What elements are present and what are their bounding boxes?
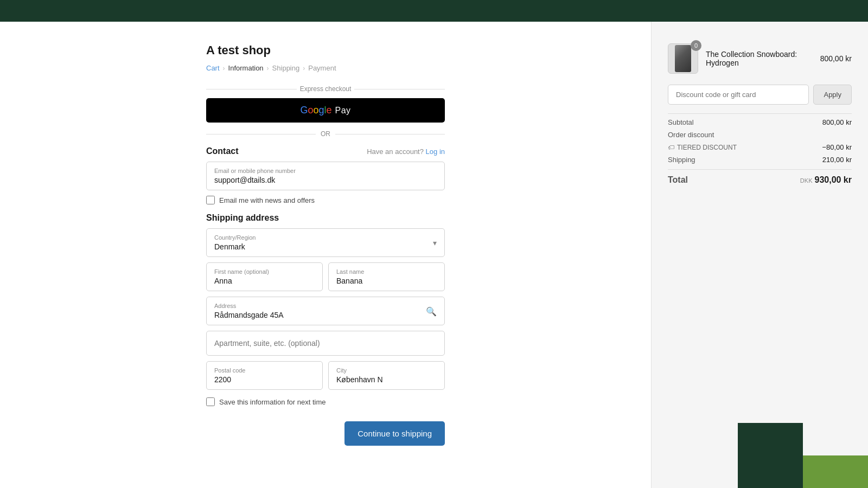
gpay-text: Pay: [335, 106, 351, 115]
email-field[interactable]: Email or mobile phone number: [206, 162, 445, 190]
total-value: DKK930,00 kr: [800, 175, 852, 185]
breadcrumb-cart[interactable]: Cart: [206, 64, 220, 72]
subtotal-label: Subtotal: [668, 118, 694, 126]
discount-label: 🏷 TIERED DISCOUNT: [668, 144, 737, 151]
shipping-value: 210,00 kr: [822, 156, 852, 164]
order-discount-label: Order discount: [668, 131, 714, 139]
save-checkbox-row: Save this information for next time: [206, 397, 445, 406]
postal-code-label: Postal code: [214, 367, 315, 374]
breadcrumb: Cart › Information › Shipping › Payment: [206, 64, 445, 72]
breadcrumb-sep-1: ›: [223, 65, 225, 72]
city-field[interactable]: City: [328, 361, 445, 390]
subtotal-value: 800,00 kr: [822, 118, 852, 126]
shop-title: A test shop: [206, 43, 445, 57]
product-name: The Collection Snowboard: Hydrogen: [706, 50, 813, 67]
postal-code-input[interactable]: [214, 375, 315, 384]
quantity-badge: 0: [691, 40, 701, 51]
gpay-button[interactable]: Google Pay: [206, 98, 445, 123]
total-row: Total DKK930,00 kr: [668, 169, 852, 185]
contact-section-header: Contact Have an account? Log in: [206, 146, 445, 156]
total-currency: DKK: [800, 177, 813, 184]
apply-discount-button[interactable]: Apply: [813, 85, 852, 105]
email-input[interactable]: [214, 176, 437, 184]
first-name-label: First name (optional): [214, 268, 315, 275]
last-name-label: Last name: [336, 268, 437, 275]
top-bar: [0, 0, 868, 22]
deco-dark: [738, 423, 803, 488]
apartment-field[interactable]: [206, 331, 445, 356]
login-link[interactable]: Log in: [426, 147, 445, 156]
shipping-row: Shipping 210,00 kr: [668, 156, 852, 164]
subtotal-row: Subtotal 800,00 kr: [668, 118, 852, 126]
bottom-decoration: [738, 423, 868, 488]
google-pay-logo: Google: [300, 105, 331, 116]
or-divider: OR: [206, 130, 445, 138]
express-checkout-label: Express checkout: [206, 85, 445, 93]
last-name-input[interactable]: [336, 277, 437, 285]
apartment-input[interactable]: [214, 337, 437, 350]
shipping-address-title: Shipping address: [206, 213, 445, 223]
total-label: Total: [668, 175, 688, 185]
left-panel: A test shop Cart › Information › Shippin…: [0, 22, 651, 488]
address-search-icon: 🔍: [426, 306, 437, 316]
name-row: First name (optional) Last name: [206, 262, 445, 297]
summary-divider-1: [668, 113, 852, 114]
email-checkbox-row: Email me with news and offers: [206, 196, 445, 204]
postal-code-field[interactable]: Postal code: [206, 361, 323, 390]
first-name-field[interactable]: First name (optional): [206, 262, 323, 291]
breadcrumb-sep-2: ›: [267, 65, 269, 72]
discount-code-name: TIERED DISCOUNT: [677, 144, 737, 151]
country-select[interactable]: Denmark: [214, 242, 437, 251]
email-label: Email or mobile phone number: [214, 168, 437, 174]
address-input[interactable]: [214, 311, 437, 319]
order-item: 0 The Collection Snowboard: Hydrogen 800…: [668, 43, 852, 74]
first-name-input[interactable]: [214, 277, 315, 285]
shipping-label: Shipping: [668, 156, 695, 164]
product-image-wrapper: 0: [668, 43, 698, 74]
country-field[interactable]: Country/Region Denmark ▾: [206, 228, 445, 257]
discount-input-row: Apply: [668, 85, 852, 105]
breadcrumb-information: Information: [228, 64, 264, 72]
product-image-inner: [675, 45, 691, 72]
save-info-checkbox[interactable]: [206, 397, 215, 406]
address-field[interactable]: Address 🔍: [206, 297, 445, 325]
discount-tag-icon: 🏷: [668, 144, 674, 151]
discount-value: −80,00 kr: [822, 143, 852, 151]
order-summary-panel: 0 The Collection Snowboard: Hydrogen 800…: [651, 22, 868, 488]
continue-to-shipping-button[interactable]: Continue to shipping: [344, 421, 445, 446]
order-discount-row: Order discount: [668, 131, 852, 139]
contact-section-title: Contact: [206, 146, 239, 156]
postal-city-row: Postal code City: [206, 361, 445, 395]
last-name-field[interactable]: Last name: [328, 262, 445, 291]
save-info-label[interactable]: Save this information for next time: [219, 398, 326, 406]
total-amount: 930,00 kr: [814, 175, 852, 184]
email-checkbox-label[interactable]: Email me with news and offers: [219, 196, 315, 204]
breadcrumb-shipping: Shipping: [272, 64, 300, 72]
deco-green: [803, 455, 868, 488]
breadcrumb-payment: Payment: [308, 64, 336, 72]
email-checkbox[interactable]: [206, 196, 215, 204]
address-label: Address: [214, 303, 437, 309]
city-label: City: [336, 367, 437, 374]
login-link-text: Have an account? Log in: [367, 147, 445, 156]
country-select-wrapper: Country/Region Denmark ▾: [206, 228, 445, 257]
tiered-discount-row: 🏷 TIERED DISCOUNT −80,00 kr: [668, 143, 852, 151]
city-input[interactable]: [336, 375, 437, 384]
breadcrumb-sep-3: ›: [303, 65, 305, 72]
country-label: Country/Region: [214, 234, 437, 241]
discount-code-input[interactable]: [668, 85, 809, 105]
checkout-form: A test shop Cart › Information › Shippin…: [206, 43, 445, 455]
product-price: 800,00 kr: [820, 54, 852, 63]
continue-btn-wrapper: Continue to shipping: [206, 413, 445, 446]
